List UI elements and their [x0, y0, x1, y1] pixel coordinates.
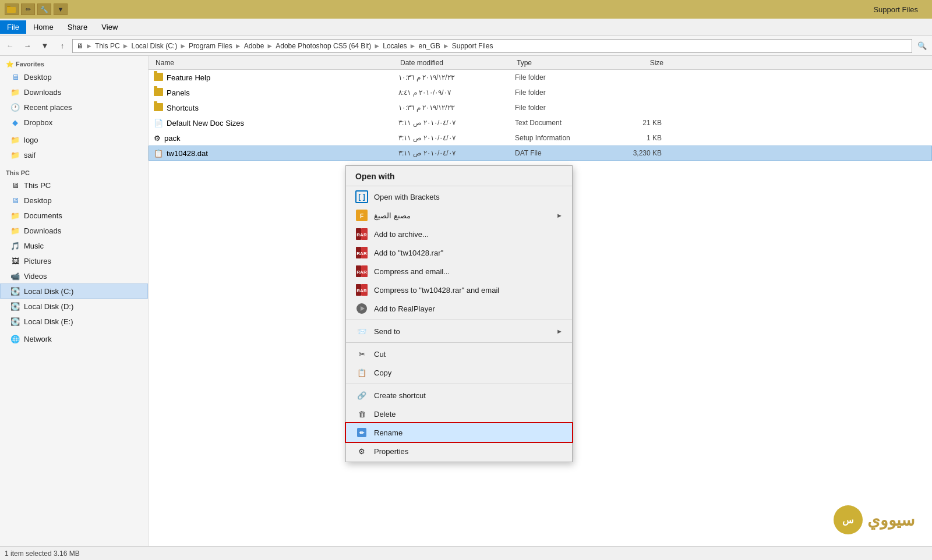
sidebar-item-this-pc[interactable]: 🖥 This PC: [0, 178, 148, 193]
ctx-copy[interactable]: 📋 Copy: [346, 363, 572, 382]
sidebar-item-pictures[interactable]: 🖼 Pictures: [0, 253, 148, 268]
sendto-icon: 📨: [355, 325, 368, 338]
search-button[interactable]: 🔍: [915, 38, 930, 54]
ctx-add-archive[interactable]: RAR Add to archive...: [346, 225, 572, 243]
tb-properties-icon[interactable]: 🔧: [37, 3, 51, 15]
file-date: ٢٠١٠/٠٤/٠٧ ص ٣:١١: [398, 119, 515, 127]
bc-locales[interactable]: Locales: [383, 42, 407, 50]
ctx-cut[interactable]: ✂ Cut: [346, 345, 572, 363]
computer-icon: 🖥: [10, 180, 20, 190]
col-header-date[interactable]: Date modified: [398, 59, 514, 67]
bc-support-files[interactable]: Support Files: [452, 42, 493, 50]
ctx-compress-rar-email[interactable]: RAR Compress to "tw10428.rar" and email: [346, 281, 572, 299]
bc-program-files[interactable]: Program Files: [189, 42, 232, 50]
tb-new-folder-icon[interactable]: [5, 3, 19, 15]
sidebar-item-saif[interactable]: 📁 saif: [0, 147, 148, 162]
ctx-label: Create shortcut: [374, 391, 426, 400]
ctx-label: Properties: [374, 447, 408, 456]
bc-adobe[interactable]: Adobe: [244, 42, 264, 50]
up-button[interactable]: ↑: [55, 38, 70, 54]
videos-icon: 📹: [10, 271, 20, 281]
ctx-properties[interactable]: ⚙ Properties: [346, 442, 572, 460]
sidebar-item-desktop[interactable]: 🖥 Desktop: [0, 69, 148, 84]
sidebar-this-pc: This PC 🖥 This PC 🖥 Desktop 📁 Documents …: [0, 165, 148, 329]
copy-icon: 📋: [355, 366, 368, 379]
sidebar-item-network[interactable]: 🌐 Network: [0, 331, 148, 346]
menu-share[interactable]: Share: [61, 20, 95, 34]
sidebar-item-dropbox[interactable]: ◆ Dropbox: [0, 115, 148, 130]
svg-text:✏: ✏: [359, 430, 365, 436]
ctx-label: Add to archive...: [374, 230, 429, 239]
sidebar-item-local-d[interactable]: 💽 Local Disk (D:): [0, 299, 148, 314]
sidebar-item-music[interactable]: 🎵 Music: [0, 238, 148, 253]
sidebar-label-saif: saif: [24, 151, 36, 160]
back-button[interactable]: ←: [2, 38, 17, 54]
svg-rect-1: [7, 6, 10, 7]
sidebar-label-recent: Recent places: [24, 103, 72, 112]
bc-en-gb[interactable]: en_GB: [418, 42, 440, 50]
sidebar-item-recent[interactable]: 🕐 Recent places: [0, 100, 148, 115]
file-name-cell: 📄 Default New Doc Sizes: [154, 119, 398, 127]
ctx-label: Add to RealPlayer: [374, 304, 435, 313]
sidebar-item-desktop2[interactable]: 🖥 Desktop: [0, 193, 148, 208]
col-header-size[interactable]: Size: [608, 59, 666, 67]
disk-c-icon: 💽: [10, 286, 20, 296]
ctx-separator3: [346, 384, 572, 384]
ctx-open-brackets[interactable]: [ ] Open with Brackets: [346, 187, 572, 206]
table-row[interactable]: 📄 Default New Doc Sizes ٢٠١٠/٠٤/٠٧ ص ٣:١…: [149, 115, 932, 130]
tb-rename-icon[interactable]: ✏: [21, 3, 35, 15]
documents-icon: 📁: [10, 210, 20, 221]
ctx-send-to[interactable]: 📨 Send to ►: [346, 322, 572, 341]
table-row[interactable]: Shortcuts ٢٠١٩/١٢/٢٣ م ١٠:٣٦ File folder: [149, 100, 932, 115]
bc-local-disk[interactable]: Local Disk (C:): [131, 42, 177, 50]
sidebar-item-videos[interactable]: 📹 Videos: [0, 268, 148, 283]
table-row[interactable]: ⚙ pack ٢٠١٠/٠٤/٠٧ ص ٣:١١ Setup Informati…: [149, 130, 932, 146]
menu-file[interactable]: File: [0, 20, 26, 34]
table-row[interactable]: 📋 tw10428.dat ٢٠١٠/٠٤/٠٧ ص ٣:١١ DAT File…: [149, 146, 932, 161]
ctx-rename[interactable]: ✏ Rename: [346, 423, 572, 442]
ctx-label: Delete: [374, 410, 396, 419]
ctx-add-rar[interactable]: RAR Add to "tw10428.rar": [346, 243, 572, 262]
sidebar-label-desktop: Desktop: [24, 73, 52, 81]
sidebar-item-downloads2[interactable]: 📁 Downloads: [0, 223, 148, 238]
desktop2-icon: 🖥: [10, 195, 20, 205]
svg-text:س: س: [842, 515, 854, 526]
sidebar-label-logo: logo: [24, 136, 38, 144]
col-header-name[interactable]: Name: [153, 59, 398, 67]
table-row[interactable]: Feature Help ٢٠١٩/١٢/٢٣ م ١٠:٣٦ File fol…: [149, 70, 932, 85]
menu-home[interactable]: Home: [26, 20, 61, 34]
ctx-create-shortcut[interactable]: 🔗 Create shortcut: [346, 386, 572, 405]
bc-photoshop[interactable]: Adobe Photoshop CS5 (64 Bit): [276, 42, 371, 50]
file-size: 21 KB: [608, 119, 666, 127]
table-row[interactable]: Panels ٢٠١٠/٠٩/٠٧ م ٨:٤١ File folder: [149, 85, 932, 100]
col-header-type[interactable]: Type: [514, 59, 608, 67]
breadcrumb[interactable]: 🖥 ► This PC ► Local Disk (C:) ► Program …: [72, 39, 912, 53]
sidebar-item-logo[interactable]: 📁 logo: [0, 132, 148, 147]
file-name-cell: Shortcuts: [154, 103, 398, 113]
ctx-compress-email[interactable]: RAR Compress and email...: [346, 262, 572, 281]
file-name-cell: Panels: [154, 88, 398, 98]
ctx-format-factory[interactable]: F مصنع الصيغ ►: [346, 206, 572, 225]
forward-button[interactable]: →: [20, 38, 35, 54]
bc-this-pc[interactable]: This PC: [95, 42, 120, 50]
pictures-icon: 🖼: [10, 256, 20, 266]
logo-folder-icon: 📁: [10, 134, 20, 145]
menu-view[interactable]: View: [94, 20, 125, 34]
file-date: ٢٠١٠/٠٤/٠٧ ص ٣:١١: [398, 149, 515, 157]
sidebar-item-documents[interactable]: 📁 Documents: [0, 208, 148, 223]
file-date: ٢٠١٩/١٢/٢٣ م ١٠:٣٦: [398, 73, 515, 81]
sidebar-item-local-e[interactable]: 💽 Local Disk (E:): [0, 314, 148, 329]
watermark: سيووي س: [834, 505, 915, 534]
recent-locations-button[interactable]: ▼: [37, 38, 52, 54]
delete-icon: 🗑: [355, 407, 368, 420]
folder-icon: [154, 103, 163, 113]
tb-dropdown-icon[interactable]: ▼: [54, 3, 68, 15]
sidebar-item-local-c[interactable]: 💽 Local Disk (C:): [0, 283, 148, 299]
sidebar-network: 🌐 Network: [0, 331, 148, 346]
disk-e-icon: 💽: [10, 316, 20, 327]
ctx-label: Open with Brackets: [374, 193, 440, 201]
ctx-realplayer[interactable]: Add to RealPlayer: [346, 299, 572, 318]
sidebar-item-downloads[interactable]: 📁 Downloads: [0, 84, 148, 100]
file-type: Setup Information: [515, 134, 608, 142]
ctx-delete[interactable]: 🗑 Delete: [346, 405, 572, 423]
